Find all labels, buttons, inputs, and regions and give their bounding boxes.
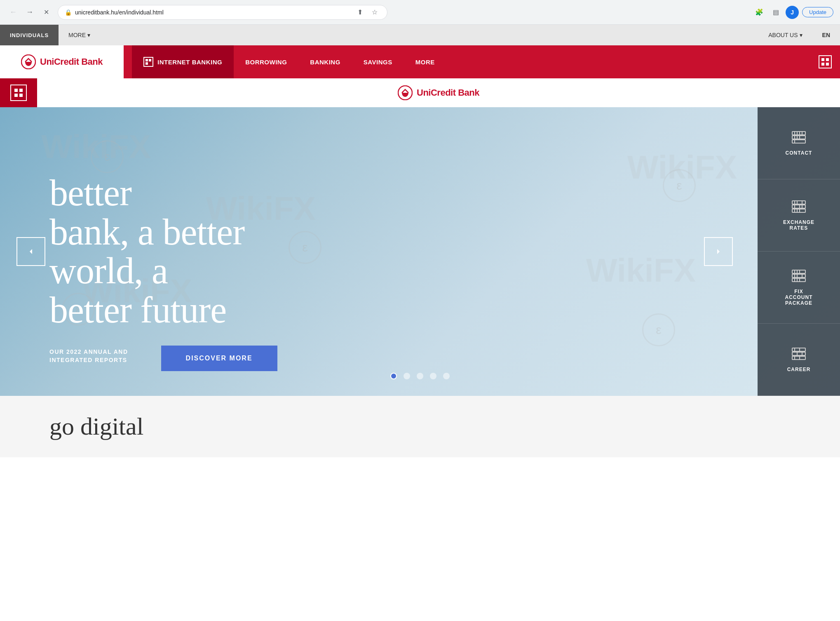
svg-rect-7	[826, 63, 829, 66]
svg-rect-37	[792, 274, 805, 278]
individuals-tab[interactable]: INDIVIDUALS	[0, 25, 59, 45]
secondary-logo-center: UniCredit Bank	[37, 78, 840, 107]
about-label: ABOUT US	[768, 32, 798, 38]
fix-account-label: FIX ACCOUNT PACKAGE	[785, 289, 813, 306]
carousel-dot-2[interactable]	[404, 373, 410, 379]
profile-button[interactable]: J	[786, 6, 799, 19]
main-nav-right	[819, 55, 840, 68]
exchange-rates-sidebar-item[interactable]: EXCHANGE RATES	[758, 179, 840, 252]
hero-section: WikiFX WikiFX WikiFX WikiFX WikiFX ε ε ε…	[0, 107, 840, 396]
bookmark-button[interactable]: ☆	[369, 7, 380, 18]
main-nav: UniCredit Bank INTERNET BANKING BORROWIN…	[0, 45, 840, 78]
top-nav-right: ABOUT US ▾ EN	[758, 32, 840, 38]
logo-uni: Uni	[40, 56, 54, 67]
hero-title-line4: better future	[49, 291, 244, 330]
ib-icon	[143, 57, 153, 67]
carousel-dot-3[interactable]	[417, 373, 423, 379]
fix-account-icon	[791, 269, 806, 285]
svg-rect-50	[792, 356, 805, 360]
nav-buttons: ← → ✕	[7, 6, 53, 19]
go-digital-section: go digital	[0, 396, 840, 457]
banking-link[interactable]: BANKING	[298, 45, 352, 78]
secondary-bar: UniCredit Bank	[0, 78, 840, 107]
more-link[interactable]: MORE	[404, 45, 446, 78]
svg-rect-8	[14, 89, 18, 92]
hero-prev-button[interactable]	[16, 237, 45, 266]
forward-button[interactable]: →	[23, 6, 36, 19]
more-nav-label: MORE	[415, 59, 435, 66]
svg-rect-9	[19, 89, 23, 92]
svg-rect-2	[149, 59, 151, 61]
banking-label: BANKING	[310, 59, 340, 66]
fix-account-sidebar-item[interactable]: FIX ACCOUNT PACKAGE	[758, 252, 840, 324]
career-sidebar-item[interactable]: CAREER	[758, 324, 840, 396]
logo-text: UniCredit Bank	[40, 56, 103, 67]
secondary-bar-left	[0, 78, 37, 107]
update-button[interactable]: Update	[802, 7, 833, 17]
hero-title-line1: better	[49, 174, 244, 213]
internet-banking-link[interactable]: INTERNET BANKING	[132, 45, 234, 78]
svg-rect-49	[792, 352, 805, 355]
carousel-dot-4[interactable]	[430, 373, 436, 379]
more-menu[interactable]: MORE ▾	[59, 32, 100, 38]
logo-area: UniCredit Bank	[0, 45, 124, 78]
exchange-rates-label: EXCHANGE RATES	[783, 219, 814, 231]
hero-title: better bank, a better world, a better fu…	[49, 174, 244, 329]
logo-icon	[21, 54, 36, 69]
svg-rect-36	[792, 270, 805, 273]
svg-rect-11	[19, 94, 23, 97]
back-button[interactable]: ←	[7, 6, 20, 19]
contact-sidebar-item[interactable]: CONTACT	[758, 107, 840, 179]
internet-banking-label: INTERNET BANKING	[157, 59, 222, 66]
hero-title-line3: world, a	[49, 252, 244, 291]
about-expand-icon: ▾	[800, 32, 802, 38]
go-digital-text: go digital	[49, 412, 143, 441]
hero-next-button[interactable]	[704, 237, 733, 266]
svg-rect-13	[792, 132, 805, 135]
svg-rect-25	[792, 205, 805, 208]
savings-label: SAVINGS	[364, 59, 392, 66]
carousel-dot-1[interactable]	[390, 373, 397, 379]
contact-icon	[791, 131, 806, 147]
svg-rect-38	[792, 278, 805, 282]
about-us-menu[interactable]: ABOUT US ▾	[758, 32, 812, 38]
svg-rect-10	[14, 94, 18, 97]
logo-bank: Bank	[79, 56, 103, 67]
main-nav-items: INTERNET BANKING BORROWING BANKING SAVIN…	[124, 45, 819, 78]
svg-rect-26	[792, 209, 805, 212]
language-selector[interactable]: EN	[812, 32, 840, 38]
svg-rect-15	[792, 140, 805, 143]
carousel-dot-5[interactable]	[443, 373, 450, 379]
savings-link[interactable]: SAVINGS	[352, 45, 404, 78]
secondary-logo-text: UniCredit Bank	[417, 87, 479, 98]
borrowing-label: BORROWING	[245, 59, 287, 66]
more-label: MORE	[68, 32, 86, 38]
contact-label: CONTACT	[786, 150, 812, 156]
browser-right-actions: 🧩 ▤ J Update	[753, 6, 833, 19]
sidebar-toggle-button[interactable]: ▤	[769, 6, 782, 19]
secondary-menu-icon[interactable]	[10, 85, 27, 101]
svg-rect-14	[792, 136, 805, 139]
exchange-rates-icon	[791, 200, 806, 216]
nav-square-icon[interactable]	[819, 55, 832, 68]
browser-chrome: ← → ✕ 🔒 unicreditbank.hu/en/individual.h…	[0, 0, 840, 25]
svg-rect-5	[826, 58, 829, 61]
share-button[interactable]: ⬆	[354, 7, 366, 18]
top-nav: INDIVIDUALS MORE ▾ ABOUT US ▾ EN	[0, 25, 840, 45]
unicredit-logo: UniCredit Bank	[21, 54, 103, 69]
svg-rect-1	[145, 59, 148, 61]
close-button[interactable]: ✕	[40, 6, 53, 19]
svg-rect-6	[821, 63, 824, 66]
career-icon	[791, 347, 806, 363]
lock-icon: 🔒	[65, 9, 72, 16]
career-label: CAREER	[787, 367, 811, 372]
logo-credit: Credit	[54, 56, 79, 67]
extensions-button[interactable]: 🧩	[753, 6, 766, 19]
url-text: unicreditbank.hu/en/individual.html	[75, 9, 351, 16]
hero-title-line2: bank, a better	[49, 213, 244, 252]
borrowing-link[interactable]: BORROWING	[234, 45, 298, 78]
svg-rect-48	[792, 348, 805, 351]
address-bar[interactable]: 🔒 unicreditbank.hu/en/individual.html ⬆ …	[58, 5, 387, 20]
address-actions: ⬆ ☆	[354, 7, 380, 18]
svg-rect-3	[145, 62, 148, 65]
